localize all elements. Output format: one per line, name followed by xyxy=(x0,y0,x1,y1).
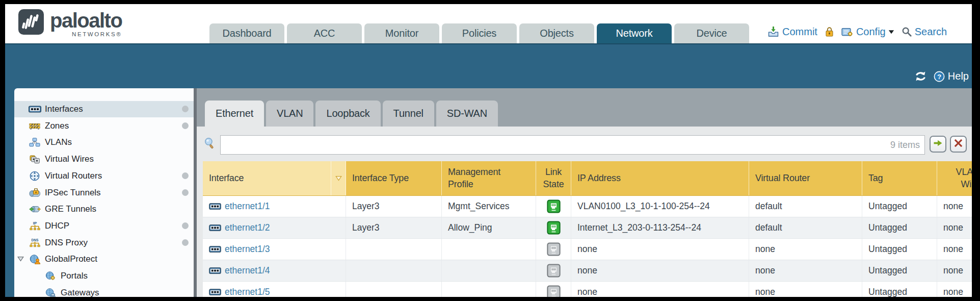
sidebar-item-label: Portals xyxy=(61,271,88,281)
cell-link-state xyxy=(536,239,571,260)
header-band: ? Help xyxy=(5,43,972,88)
arrow-right-icon xyxy=(933,139,943,149)
interface-link[interactable]: ethernet1/4 xyxy=(225,265,270,276)
tab-ethernet[interactable]: Ethernet xyxy=(205,101,264,127)
table-body: ethernet1/1Layer3Mgmt_ServicesVLAN0100_L… xyxy=(203,196,972,297)
refresh-icon[interactable] xyxy=(914,71,927,82)
sidebar-item-label: VLANs xyxy=(45,137,72,147)
brand-subtitle: NETWORKS® xyxy=(50,31,122,37)
cell-ip-address: none xyxy=(571,282,749,297)
column-sort-dropdown[interactable] xyxy=(331,161,346,195)
status-dot xyxy=(182,122,189,129)
content-area: InterfacesZonesVLANsVirtual WiresVirtual… xyxy=(5,88,972,297)
sidebar-item-dhcp[interactable]: IPDHCP xyxy=(14,218,194,234)
help-link[interactable]: Help xyxy=(948,70,969,82)
cell-interface-type: Layer3 xyxy=(346,196,442,217)
config-link[interactable]: Config xyxy=(856,26,886,38)
tab-loopback[interactable]: Loopback xyxy=(315,101,380,127)
interface-link[interactable]: ethernet1/2 xyxy=(225,222,270,233)
column-header-interface[interactable]: Interface xyxy=(203,161,331,195)
sidebar-item-interfaces[interactable]: Interfaces xyxy=(14,101,194,117)
link-state-down-icon xyxy=(547,285,561,297)
sidebar-item-dns-proxy[interactable]: DNSDNS Proxy xyxy=(14,235,194,251)
cell-tag: Untagged xyxy=(862,260,937,281)
column-header-tag[interactable]: Tag xyxy=(862,161,937,195)
virtual-wires-icon xyxy=(28,155,41,164)
column-header-interface-type[interactable]: Interface Type xyxy=(346,161,442,195)
sidebar-item-vlans[interactable]: VLANs xyxy=(14,134,194,150)
virtual-routers-icon xyxy=(28,171,41,181)
interface-link[interactable]: ethernet1/1 xyxy=(225,201,270,212)
status-dot xyxy=(182,239,189,246)
cell-ip-address: none xyxy=(571,239,749,260)
sidebar-item-virtual-routers[interactable]: Virtual Routers xyxy=(14,168,194,184)
sidebar-item-label: Virtual Wires xyxy=(45,154,94,164)
sidebar-item-virtual-wires[interactable]: Virtual Wires xyxy=(14,151,194,167)
interface-subtabs: EthernetVLANLoopbackTunnelSD-WAN xyxy=(205,101,500,127)
tab-sd-wan[interactable]: SD-WAN xyxy=(436,101,498,127)
tab-tunnel[interactable]: Tunnel xyxy=(383,101,434,127)
nav-tab-monitor[interactable]: Monitor xyxy=(364,23,439,43)
link-state-down-icon xyxy=(547,264,561,278)
cell-interface: ethernet1/3 xyxy=(203,239,346,260)
sidebar-item-gre-tunnels[interactable]: GRE Tunnels xyxy=(14,201,194,217)
search-icon[interactable] xyxy=(902,27,912,37)
column-header-management-profile[interactable]: Management Profile xyxy=(442,161,536,195)
cell-virtual-router: none xyxy=(749,260,862,281)
cell-ip-address: none xyxy=(571,260,749,281)
paloalto-logo-icon xyxy=(18,9,44,37)
sidebar-item-zones[interactable]: Zones xyxy=(14,118,194,134)
column-header-vlan-wire[interactable]: VLAN / Wire xyxy=(937,161,972,195)
nav-tab-objects[interactable]: Objects xyxy=(519,23,594,43)
table-row: ethernet1/4nonenoneUntaggednone xyxy=(203,260,972,282)
utility-links: Commit Config Search xyxy=(767,21,947,42)
interface-link[interactable]: ethernet1/3 xyxy=(225,244,270,255)
dhcp-icon: IP xyxy=(28,221,41,231)
lock-icon[interactable] xyxy=(825,27,834,37)
top-bar: paloalto NETWORKS® DashboardACCMonitorPo… xyxy=(5,4,972,43)
app-viewport: paloalto NETWORKS® DashboardACCMonitorPo… xyxy=(5,4,972,297)
nav-tab-network[interactable]: Network xyxy=(597,23,672,43)
dns-proxy-icon: DNS xyxy=(28,238,41,247)
clear-filter-button[interactable] xyxy=(950,136,967,153)
table-row: ethernet1/5nonenoneUntaggednone xyxy=(203,282,972,297)
sidebar-item-ipsec-tunnels[interactable]: IPSec Tunnels xyxy=(14,185,194,201)
column-header-link-state[interactable]: Link State xyxy=(536,161,571,195)
commit-icon[interactable] xyxy=(767,26,779,37)
help-icon[interactable]: ? xyxy=(934,71,945,82)
interface-link[interactable]: ethernet1/5 xyxy=(225,287,270,297)
cell-interface: ethernet1/1 xyxy=(203,196,346,217)
cell-tag: Untagged xyxy=(862,282,937,297)
expander-down-icon[interactable] xyxy=(17,256,24,262)
cell-link-state xyxy=(536,196,571,217)
tab-vlan[interactable]: VLAN xyxy=(266,101,313,127)
commit-link[interactable]: Commit xyxy=(782,26,817,38)
link-state-up-icon xyxy=(547,199,561,213)
column-header-virtual-router[interactable]: Virtual Router xyxy=(749,161,862,195)
link-state-up-icon xyxy=(547,221,561,235)
search-link[interactable]: Search xyxy=(915,26,947,38)
cell-virtual-router: default xyxy=(749,217,862,238)
cell-interface: ethernet1/4 xyxy=(203,260,346,281)
network-sidebar: InterfacesZonesVLANsVirtual WiresVirtual… xyxy=(14,88,194,297)
nav-tab-acc[interactable]: ACC xyxy=(287,23,362,43)
filter-input[interactable] xyxy=(220,135,925,155)
cell-management-profile xyxy=(442,282,536,297)
nav-tab-device[interactable]: Device xyxy=(674,23,749,43)
cell-ip-address: Internet_L3_203-0-113-254--24 xyxy=(571,217,749,238)
nav-tab-policies[interactable]: Policies xyxy=(442,23,517,43)
cell-interface-type: Layer3 xyxy=(346,217,442,238)
cell-vlan-virtual-wire: none xyxy=(937,239,972,260)
config-icon[interactable] xyxy=(841,27,853,37)
status-dot xyxy=(182,172,189,179)
sidebar-item-globalprotect[interactable]: GlobalProtect xyxy=(14,251,194,267)
table-row: ethernet1/1Layer3Mgmt_ServicesVLAN0100_L… xyxy=(203,196,972,217)
chevron-down-icon[interactable] xyxy=(888,30,894,34)
sidebar-item-portals[interactable]: Portals xyxy=(14,268,194,284)
paloalto-logo: paloalto NETWORKS® xyxy=(18,9,122,37)
column-header-ip-address[interactable]: IP Address xyxy=(571,161,749,195)
sidebar-item-label: IPSec Tunnels xyxy=(45,188,101,198)
nav-tab-dashboard[interactable]: Dashboard xyxy=(209,23,284,43)
sidebar-item-gateways[interactable]: Gateways xyxy=(14,285,194,297)
apply-filter-button[interactable] xyxy=(930,136,946,153)
